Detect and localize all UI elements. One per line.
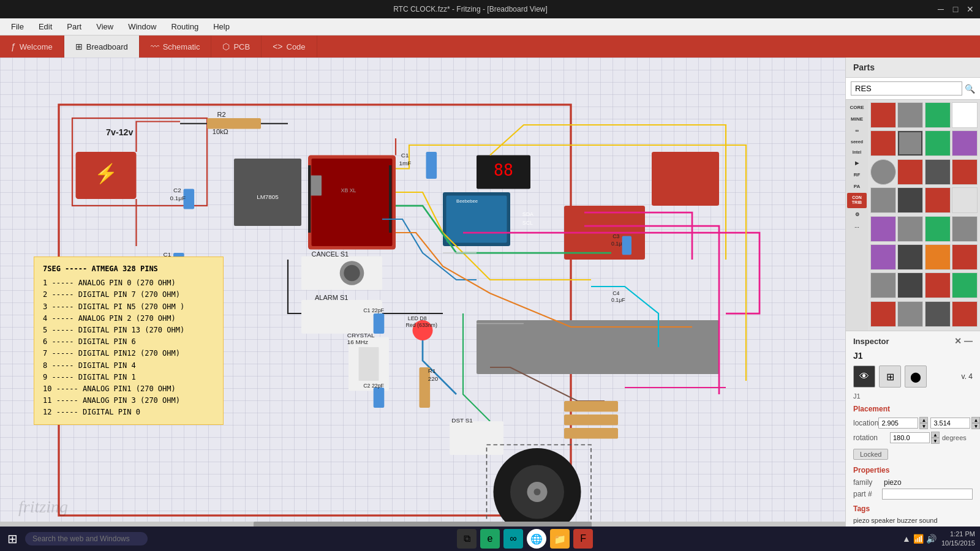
part-item[interactable] (952, 216, 978, 242)
location-label: location (853, 419, 878, 427)
arduino-icon[interactable]: ∞ (503, 529, 523, 549)
view-icon-connector[interactable]: ⊞ (879, 365, 901, 388)
cat-gear[interactable]: ⚙ (847, 209, 867, 220)
cat-rf[interactable]: RF (847, 170, 867, 180)
rot-step-up[interactable]: ▲ (931, 432, 940, 438)
tab-code[interactable]: <> Code (262, 36, 317, 58)
part-item[interactable] (870, 272, 896, 298)
tab-welcome[interactable]: ƒ Welcome (0, 36, 64, 58)
locked-badge: Locked (853, 449, 888, 460)
cat-seeed[interactable]: seeed (847, 137, 867, 146)
location-x-input[interactable] (878, 418, 918, 429)
part-item[interactable] (925, 216, 951, 242)
part-item[interactable] (925, 187, 951, 213)
part-item[interactable] (870, 244, 896, 270)
part-item[interactable] (870, 216, 896, 242)
part-item[interactable] (897, 159, 923, 185)
part-item[interactable] (952, 272, 978, 298)
menu-help[interactable]: Help (207, 21, 236, 32)
part-item[interactable] (952, 130, 978, 156)
tab-breadboard[interactable]: ⊞ Breadboard (64, 36, 140, 58)
rot-step-down[interactable]: ▼ (931, 438, 940, 444)
menu-view[interactable]: View (90, 21, 119, 32)
step-up-y[interactable]: ▲ (971, 417, 980, 423)
cat-more[interactable]: … (847, 221, 867, 231)
part-item[interactable] (870, 301, 896, 327)
cat-intel[interactable]: Intel (847, 148, 867, 157)
step-down-y[interactable]: ▼ (971, 423, 980, 429)
edge-icon[interactable]: e (480, 529, 500, 549)
cat-mine[interactable]: MINE (847, 114, 867, 124)
cat-core[interactable]: CORE (847, 102, 867, 113)
part-item[interactable] (897, 102, 923, 128)
rotation-input[interactable] (890, 432, 930, 443)
step-up[interactable]: ▲ (919, 417, 928, 423)
title-bar: RTC CLOCK.fzz* - Fritzing - [Breadboard … (0, 0, 980, 18)
menu-part[interactable]: Part (61, 21, 88, 32)
part-item[interactable] (897, 216, 923, 242)
part-item[interactable] (952, 187, 978, 213)
start-button[interactable]: ⊞ (5, 529, 20, 549)
menu-window[interactable]: Window (122, 21, 162, 32)
parts-search-input[interactable] (851, 81, 962, 96)
part-item[interactable] (952, 244, 978, 270)
cat-contrib[interactable]: CONTRIB (847, 193, 867, 208)
system-clock[interactable]: 1:21 PM 10/15/2015 (941, 530, 975, 549)
view-icon-pin[interactable]: ⬤ (905, 365, 927, 388)
rotation-stepper[interactable]: ▲ ▼ (931, 432, 940, 444)
explorer-icon[interactable]: 📁 (550, 529, 570, 549)
fritzing-taskbar-icon[interactable]: F (573, 529, 593, 549)
part-item[interactable] (925, 102, 951, 128)
svg-rect-72 (564, 414, 618, 425)
taskbar-search[interactable] (25, 532, 148, 545)
part-item[interactable] (925, 159, 951, 185)
view-icon-eye[interactable]: 👁 (853, 365, 875, 388)
menu-routing[interactable]: Routing (165, 21, 205, 32)
location-y-stepper[interactable]: ▲ ▼ (971, 417, 980, 429)
maximize-button[interactable]: □ (951, 4, 960, 14)
svg-rect-19 (312, 159, 393, 246)
close-button[interactable]: ✕ (965, 4, 975, 14)
cat-pa[interactable]: PA (847, 181, 867, 192)
part-item[interactable] (925, 130, 951, 156)
svg-text:C4: C4 (612, 290, 619, 296)
task-view-icon[interactable]: ⧉ (457, 529, 477, 549)
chrome-icon[interactable]: 🌐 (527, 529, 546, 549)
menu-file[interactable]: File (5, 21, 30, 32)
step-down[interactable]: ▼ (919, 423, 928, 429)
part-item[interactable] (925, 301, 951, 327)
part-item[interactable] (925, 272, 951, 298)
menu-edit[interactable]: Edit (32, 21, 58, 32)
cat-arrow[interactable]: ▶ (847, 158, 867, 168)
location-y-input[interactable] (930, 418, 970, 429)
tab-pcb[interactable]: ⬡ PCB (211, 36, 262, 58)
part-item[interactable] (925, 244, 951, 270)
part-item[interactable] (897, 187, 923, 213)
part-item[interactable] (870, 130, 896, 156)
tray-arrow[interactable]: ▲ (902, 534, 911, 544)
canvas-area[interactable]: ⚡ 7v-12v R2 10kΩ C2 0.1μF C1 1μF LM7805 (0, 58, 845, 529)
location-x-stepper[interactable]: ▲ ▼ (919, 417, 928, 429)
search-icon[interactable]: 🔍 (965, 84, 975, 94)
tray-network[interactable]: 📶 (913, 534, 924, 544)
minimize-button[interactable]: ─ (936, 4, 946, 14)
part-item[interactable] (870, 187, 896, 213)
part-item[interactable] (897, 301, 923, 327)
tab-schematic[interactable]: 〰 Schematic (140, 36, 212, 58)
inspector-close-button[interactable]: ✕ — (954, 336, 973, 346)
tab-schematic-label: Schematic (163, 42, 200, 51)
part-item[interactable] (897, 130, 923, 156)
part-item[interactable] (897, 272, 923, 298)
part-item[interactable] (870, 102, 896, 128)
part-item[interactable] (952, 301, 978, 327)
part-item[interactable] (952, 102, 978, 128)
part-item[interactable] (952, 159, 978, 185)
window-controls[interactable]: ─ □ ✕ (936, 4, 975, 14)
partnum-input[interactable] (882, 489, 973, 500)
schematic-icon: 〰 (151, 42, 159, 51)
menu-bar: File Edit Part View Window Routing Help (0, 18, 980, 36)
part-item[interactable] (897, 244, 923, 270)
part-item[interactable] (870, 159, 896, 185)
tray-volume[interactable]: 🔊 (926, 534, 937, 544)
cat-arduino[interactable]: ∞ (847, 126, 867, 136)
